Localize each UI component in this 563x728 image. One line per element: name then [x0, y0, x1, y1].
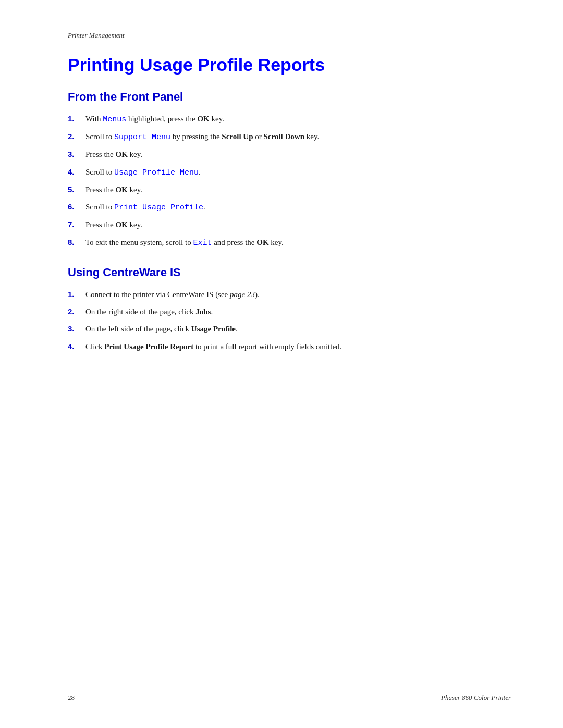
- step-number: 7.: [68, 219, 82, 231]
- step-content: Scroll to Usage Profile Menu.: [85, 166, 511, 179]
- section2-title: Using CentreWare IS: [68, 266, 511, 279]
- inline-code: Exit: [193, 239, 212, 248]
- step-content: To exit the menu system, scroll to Exit …: [85, 237, 511, 249]
- page-title: Printing Usage Profile Reports: [68, 54, 511, 76]
- list-item: 4. Click Print Usage Profile Report to p…: [68, 341, 511, 353]
- step-number: 4.: [68, 341, 82, 353]
- step-content: Connect to the printer via CentreWare IS…: [85, 289, 511, 301]
- inline-code: Support Menu: [114, 133, 170, 142]
- inline-bold: Scroll Down: [264, 132, 304, 141]
- list-item: 1. Connect to the printer via CentreWare…: [68, 289, 511, 301]
- inline-bold: OK: [116, 220, 128, 229]
- step-number: 1.: [68, 113, 82, 125]
- list-item: 2. Scroll to Support Menu by pressing th…: [68, 131, 511, 143]
- list-item: 8. To exit the menu system, scroll to Ex…: [68, 237, 511, 249]
- list-item: 1. With Menus highlighted, press the OK …: [68, 113, 511, 126]
- inline-code: Menus: [103, 115, 126, 124]
- list-item: 2. On the right side of the page, click …: [68, 306, 511, 318]
- footer: 28 Phaser 860 Color Printer: [68, 694, 511, 702]
- inline-bold: OK: [116, 186, 128, 194]
- list-item: 3. On the left side of the page, click U…: [68, 323, 511, 335]
- list-item: 5. Press the OK key.: [68, 184, 511, 196]
- inline-bold: Print Usage Profile Report: [104, 342, 193, 351]
- section2-list: 1. Connect to the printer via CentreWare…: [68, 289, 511, 353]
- inline-bold: Scroll Up: [222, 132, 253, 141]
- step-number: 5.: [68, 184, 82, 196]
- list-item: 3. Press the OK key.: [68, 149, 511, 161]
- step-number: 4.: [68, 166, 82, 178]
- section1-list: 1. With Menus highlighted, press the OK …: [68, 113, 511, 249]
- step-number: 2.: [68, 131, 82, 143]
- step-number: 3.: [68, 323, 82, 335]
- step-content: On the right side of the page, click Job…: [85, 306, 511, 318]
- inline-code: Print Usage Profile: [114, 203, 203, 212]
- step-number: 8.: [68, 237, 82, 249]
- step-content: Press the OK key.: [85, 219, 511, 231]
- inline-italic: page 23: [230, 290, 255, 299]
- list-item: 4. Scroll to Usage Profile Menu.: [68, 166, 511, 179]
- step-content: Press the OK key.: [85, 149, 511, 161]
- step-content: On the left side of the page, click Usag…: [85, 323, 511, 335]
- inline-bold: OK: [116, 150, 128, 158]
- list-item: 6. Scroll to Print Usage Profile.: [68, 201, 511, 214]
- page-container: Printer Management Printing Usage Profil…: [0, 0, 563, 728]
- list-item: 7. Press the OK key.: [68, 219, 511, 231]
- step-content: Press the OK key.: [85, 184, 511, 196]
- step-number: 6.: [68, 201, 82, 213]
- step-content: With Menus highlighted, press the OK key…: [85, 113, 511, 126]
- inline-bold: Jobs: [195, 307, 211, 316]
- inline-bold: Usage Profile: [191, 325, 236, 333]
- footer-product-name: Phaser 860 Color Printer: [441, 694, 511, 702]
- inline-bold: OK: [256, 238, 268, 246]
- footer-page-number: 28: [68, 694, 75, 702]
- step-number: 3.: [68, 149, 82, 161]
- breadcrumb: Printer Management: [68, 31, 511, 40]
- step-content: Click Print Usage Profile Report to prin…: [85, 341, 511, 353]
- inline-code: Usage Profile Menu: [114, 168, 199, 177]
- step-number: 2.: [68, 306, 82, 318]
- section1-title: From the Front Panel: [68, 90, 511, 104]
- inline-bold: OK: [197, 115, 209, 123]
- step-content: Scroll to Print Usage Profile.: [85, 201, 511, 214]
- step-number: 1.: [68, 289, 82, 301]
- step-content: Scroll to Support Menu by pressing the S…: [85, 131, 511, 143]
